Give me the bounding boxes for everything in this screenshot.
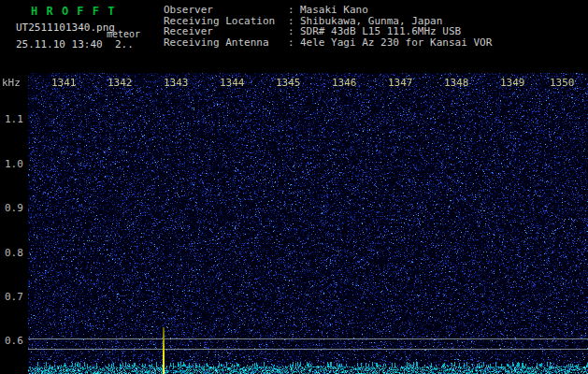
hrofft-window: H R O F F T UT2511101340.png meteor 25.1… xyxy=(0,0,588,374)
freq-tick-label: 0.6 xyxy=(5,335,23,347)
info-value: Masaki Kano xyxy=(300,5,368,16)
info-label: Observer xyxy=(164,5,288,16)
time-tick-label: 1345 xyxy=(276,77,301,89)
info-row-observer: Observer : Masaki Kano xyxy=(164,5,492,16)
level-reference-line-upper xyxy=(28,338,588,339)
time-tick-label: 1350 xyxy=(550,77,575,89)
time-tick-label: 1341 xyxy=(51,77,77,89)
station-info: Observer : Masaki Kano Receiving Locatio… xyxy=(164,5,492,48)
info-value: 4ele Yagi Az 230 for Kansai VOR xyxy=(300,37,492,49)
time-tick-label: 1349 xyxy=(500,77,525,89)
info-row-antenna: Receiving Antenna : 4ele Yagi Az 230 for… xyxy=(164,37,492,49)
info-label: Receiving Antenna xyxy=(164,37,288,49)
frequency-unit-label: kHz xyxy=(2,77,21,89)
time-tick-label: 1342 xyxy=(108,77,133,89)
info-colon: : xyxy=(288,5,300,16)
freq-tick-label: 1.0 xyxy=(5,158,23,170)
time-tick-label: 1348 xyxy=(444,77,469,89)
time-tick-label: 1343 xyxy=(164,77,189,89)
freq-tick-label: 0.8 xyxy=(5,247,23,259)
info-colon: : xyxy=(288,37,300,49)
freq-tick-label: 0.7 xyxy=(5,291,23,303)
meteor-echo-marker xyxy=(163,327,165,374)
level-reference-line-lower xyxy=(28,349,588,350)
app-title: H R O F F T xyxy=(31,5,115,18)
datetime-label: 25.11.10 13:40 2.. xyxy=(16,38,134,50)
time-tick-label: 1347 xyxy=(388,77,413,89)
freq-tick-label: 0.9 xyxy=(5,202,23,214)
time-tick-label: 1346 xyxy=(332,77,357,89)
spectrogram-canvas xyxy=(28,73,588,374)
freq-tick-label: 1.1 xyxy=(5,113,23,125)
filename-label: UT2511101340.png xyxy=(16,22,115,34)
time-tick-label: 1344 xyxy=(220,77,245,89)
